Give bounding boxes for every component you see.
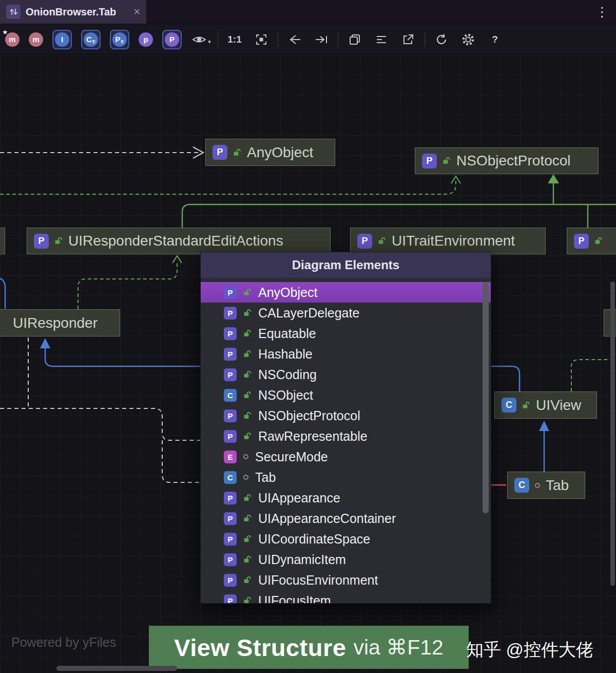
open-lock-icon bbox=[243, 350, 252, 358]
star-icon: ★ bbox=[2, 28, 8, 36]
settings-button[interactable] bbox=[458, 30, 478, 49]
diagram-elements-popup: Diagram Elements PAnyObjectPCALayerDeleg… bbox=[200, 252, 491, 604]
filter-constructors-toggle[interactable]: CE bbox=[81, 30, 101, 49]
diagram-elements-item-nsobject[interactable]: CNSObject bbox=[201, 385, 491, 405]
open-lock-icon bbox=[54, 237, 63, 245]
node-label: AnyObject bbox=[247, 144, 313, 161]
copy-diagram-button[interactable] bbox=[344, 30, 365, 49]
diagram-elements-item-nsobjectprotocol[interactable]: PNSObjectProtocol bbox=[201, 405, 491, 426]
diagram-node-anyobject[interactable]: PAnyObject bbox=[205, 139, 335, 166]
open-lock-icon bbox=[243, 596, 252, 604]
diagram-node-nsobjectprotocol[interactable]: PNSObjectProtocol bbox=[415, 147, 599, 174]
diagram-elements-item-hashable[interactable]: PHashable bbox=[201, 344, 491, 364]
filter-protocols-small-toggle[interactable]: p bbox=[139, 32, 153, 47]
diagram-node-tab[interactable]: CTab bbox=[507, 472, 585, 499]
help-button[interactable]: ? bbox=[485, 30, 505, 49]
filter-protocols-toggle[interactable]: P bbox=[162, 30, 182, 49]
diagram-elements-item-securemode[interactable]: ESecureMode bbox=[201, 446, 491, 467]
diagram-elements-item-uifocusitem[interactable]: PUIFocusItem bbox=[201, 590, 491, 604]
protocol-icon: P bbox=[224, 553, 237, 566]
diagram-elements-item-equatable[interactable]: PEquatable bbox=[201, 323, 491, 344]
item-label: UIAppearance bbox=[258, 491, 340, 506]
item-label: UIFocusItem bbox=[258, 593, 331, 604]
open-lock-icon bbox=[243, 514, 252, 522]
diagram-node-uiresponderstandardeditactions[interactable]: PUIResponderStandardEditActions bbox=[27, 228, 331, 254]
fit-content-button[interactable] bbox=[251, 30, 272, 49]
diagram-elements-item-calayerdelegate[interactable]: PCALayerDelegate bbox=[201, 303, 491, 323]
filter-methods-icon: m bbox=[29, 32, 43, 47]
uml-diagram-icon bbox=[6, 5, 21, 19]
overflow-menu-icon[interactable]: ⋮ bbox=[595, 5, 609, 18]
protocol-icon: P bbox=[224, 594, 237, 604]
vertical-scrollbar-thumb[interactable] bbox=[610, 282, 615, 586]
visibility-eye-button[interactable]: ▾ bbox=[191, 30, 211, 49]
item-label: SecureMode bbox=[255, 450, 328, 464]
protocol-icon: P bbox=[224, 286, 237, 299]
item-label: CALayerDelegate bbox=[258, 306, 359, 321]
diagram-node-uiview[interactable]: CUIView bbox=[494, 391, 597, 419]
item-label: RawRepresentable bbox=[258, 429, 368, 444]
protocol-icon: P bbox=[224, 512, 237, 525]
class-icon: C bbox=[514, 478, 529, 493]
node-label: UIView bbox=[536, 397, 581, 414]
diagram-elements-item-uiappearancecontainer[interactable]: PUIAppearanceContainer bbox=[201, 508, 491, 529]
diagram-node-uiresponder[interactable]: UIResponder bbox=[0, 309, 120, 336]
editor-tab-bar: OnionBrowser.Tab × ⋮ bbox=[0, 0, 616, 24]
filter-methods-toggle[interactable]: m bbox=[29, 32, 43, 47]
filter-properties-toggle[interactable]: PE bbox=[110, 30, 129, 49]
popup-scrollbar-thumb[interactable] bbox=[483, 282, 489, 513]
diagram-elements-item-rawrepresentable[interactable]: PRawRepresentable bbox=[201, 426, 491, 446]
open-lock-icon bbox=[378, 237, 386, 245]
tab-close-icon[interactable]: × bbox=[133, 6, 140, 17]
open-lock-icon bbox=[594, 237, 603, 245]
diagram-elements-item-anyobject[interactable]: PAnyObject bbox=[201, 282, 491, 303]
filter-inner-classes-icon: I bbox=[55, 32, 69, 47]
protocol-icon: P bbox=[224, 574, 237, 587]
open-lock-icon bbox=[243, 288, 252, 296]
actual-size-button[interactable]: 1:1 bbox=[224, 30, 245, 49]
protocol-icon: P bbox=[224, 492, 237, 504]
show-edge-labels-button[interactable] bbox=[371, 30, 392, 49]
item-label: Hashable bbox=[258, 347, 313, 362]
diagram-editor-window: OnionBrowser.Tab × ⋮ m★mICEPEpP ▾1:1? bbox=[0, 0, 616, 673]
diagram-node-node-clipped-left[interactable] bbox=[0, 228, 5, 254]
protocol-icon: P bbox=[422, 154, 437, 169]
jump-to-source-button[interactable] bbox=[311, 30, 332, 49]
item-label: UICoordinateSpace bbox=[258, 532, 370, 547]
filter-inner-classes-toggle[interactable]: I bbox=[52, 30, 72, 49]
powered-by-yfiles-label: Powered by yFiles bbox=[11, 635, 116, 650]
diagram-elements-item-tab[interactable]: CTab bbox=[201, 467, 491, 488]
diagram-elements-item-nscoding[interactable]: PNSCoding bbox=[201, 364, 491, 385]
protocol-icon: P bbox=[224, 368, 237, 381]
banner-bold-text: View Structure bbox=[174, 633, 346, 662]
open-lock-icon bbox=[243, 576, 252, 584]
diagram-toolbar: m★mICEPEpP ▾1:1? bbox=[0, 24, 616, 55]
open-lock-icon bbox=[522, 401, 530, 409]
horizontal-scrollbar-thumb[interactable] bbox=[56, 666, 177, 671]
item-label: AnyObject bbox=[258, 285, 317, 300]
visibility-dot-icon bbox=[243, 454, 248, 459]
class-icon: C bbox=[224, 471, 237, 484]
item-label: UIAppearanceContainer bbox=[258, 511, 396, 526]
diagram-node-protocol-clipped-right[interactable]: P bbox=[567, 228, 616, 254]
item-label: UIFocusEnvironment bbox=[258, 573, 378, 588]
protocol-icon: P bbox=[224, 307, 237, 320]
diagram-elements-item-uifocusenvironment[interactable]: PUIFocusEnvironment bbox=[201, 570, 491, 590]
diagram-elements-item-uidynamicitem[interactable]: PUIDynamicItem bbox=[201, 549, 491, 570]
tab-onionbrowser-tab[interactable]: OnionBrowser.Tab × bbox=[0, 0, 146, 24]
protocol-icon: P bbox=[34, 234, 49, 249]
visibility-dot-icon bbox=[243, 475, 248, 480]
filter-fields-toggle[interactable]: m★ bbox=[5, 32, 20, 47]
item-label: NSCoding bbox=[258, 367, 317, 382]
protocol-icon: P bbox=[224, 430, 237, 443]
toolbar-separator bbox=[278, 32, 278, 47]
diagram-elements-item-uiappearance[interactable]: PUIAppearance bbox=[201, 488, 491, 508]
open-lock-icon bbox=[243, 329, 252, 338]
popup-item-list: PAnyObjectPCALayerDelegatePEquatablePHas… bbox=[201, 282, 491, 604]
export-diagram-button[interactable] bbox=[398, 30, 418, 49]
refresh-diagram-button[interactable] bbox=[431, 30, 452, 49]
open-lock-icon bbox=[243, 391, 252, 399]
diagram-node-uitraitenvironment[interactable]: PUITraitEnvironment bbox=[350, 228, 546, 254]
collapse-nodes-button[interactable] bbox=[284, 30, 305, 49]
diagram-elements-item-uicoordinatespace[interactable]: PUICoordinateSpace bbox=[201, 529, 491, 549]
